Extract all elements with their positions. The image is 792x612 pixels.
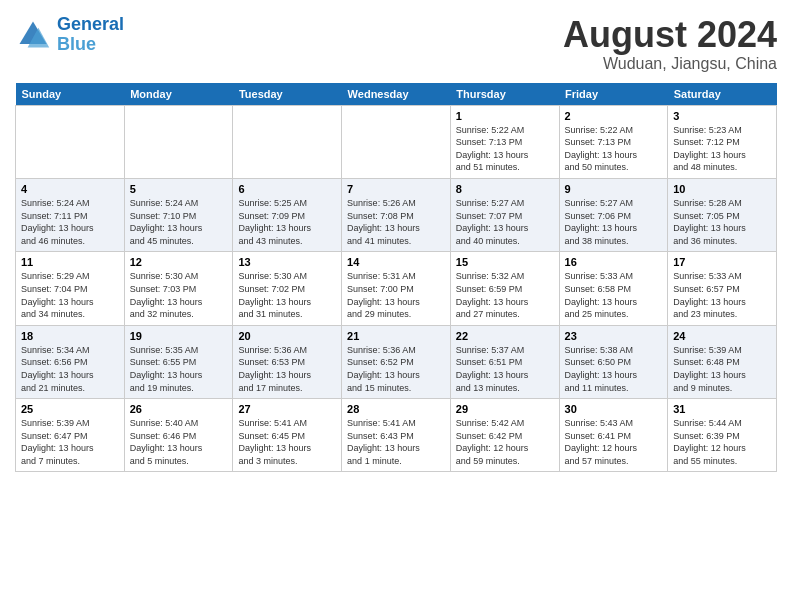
day-info: Sunrise: 5:22 AM Sunset: 7:13 PM Dayligh… (565, 124, 663, 174)
page-container: GeneralBlue August 2024 Wuduan, Jiangsu,… (0, 0, 792, 482)
day-number: 11 (21, 256, 119, 268)
day-info: Sunrise: 5:39 AM Sunset: 6:48 PM Dayligh… (673, 344, 771, 394)
location: Wuduan, Jiangsu, China (563, 55, 777, 73)
col-friday: Friday (559, 83, 668, 106)
table-row: 17Sunrise: 5:33 AM Sunset: 6:57 PM Dayli… (668, 252, 777, 325)
day-info: Sunrise: 5:33 AM Sunset: 6:57 PM Dayligh… (673, 270, 771, 320)
title-block: August 2024 Wuduan, Jiangsu, China (563, 15, 777, 73)
col-tuesday: Tuesday (233, 83, 342, 106)
table-row: 11Sunrise: 5:29 AM Sunset: 7:04 PM Dayli… (16, 252, 125, 325)
table-row: 10Sunrise: 5:28 AM Sunset: 7:05 PM Dayli… (668, 178, 777, 251)
table-row: 19Sunrise: 5:35 AM Sunset: 6:55 PM Dayli… (124, 325, 233, 398)
day-info: Sunrise: 5:41 AM Sunset: 6:43 PM Dayligh… (347, 417, 445, 467)
table-row: 27Sunrise: 5:41 AM Sunset: 6:45 PM Dayli… (233, 399, 342, 472)
day-info: Sunrise: 5:40 AM Sunset: 6:46 PM Dayligh… (130, 417, 228, 467)
calendar-week-row: 25Sunrise: 5:39 AM Sunset: 6:47 PM Dayli… (16, 399, 777, 472)
day-number: 25 (21, 403, 119, 415)
table-row: 8Sunrise: 5:27 AM Sunset: 7:07 PM Daylig… (450, 178, 559, 251)
table-row (342, 105, 451, 178)
table-row: 15Sunrise: 5:32 AM Sunset: 6:59 PM Dayli… (450, 252, 559, 325)
logo-icon (15, 17, 51, 53)
table-row: 16Sunrise: 5:33 AM Sunset: 6:58 PM Dayli… (559, 252, 668, 325)
day-number: 8 (456, 183, 554, 195)
day-number: 27 (238, 403, 336, 415)
table-row: 18Sunrise: 5:34 AM Sunset: 6:56 PM Dayli… (16, 325, 125, 398)
logo: GeneralBlue (15, 15, 124, 55)
day-info: Sunrise: 5:35 AM Sunset: 6:55 PM Dayligh… (130, 344, 228, 394)
table-row: 20Sunrise: 5:36 AM Sunset: 6:53 PM Dayli… (233, 325, 342, 398)
day-number: 5 (130, 183, 228, 195)
day-info: Sunrise: 5:24 AM Sunset: 7:10 PM Dayligh… (130, 197, 228, 247)
logo-text: GeneralBlue (57, 15, 124, 55)
table-row (16, 105, 125, 178)
table-row: 1Sunrise: 5:22 AM Sunset: 7:13 PM Daylig… (450, 105, 559, 178)
day-info: Sunrise: 5:31 AM Sunset: 7:00 PM Dayligh… (347, 270, 445, 320)
day-number: 19 (130, 330, 228, 342)
table-row: 12Sunrise: 5:30 AM Sunset: 7:03 PM Dayli… (124, 252, 233, 325)
day-number: 10 (673, 183, 771, 195)
day-number: 6 (238, 183, 336, 195)
table-row: 30Sunrise: 5:43 AM Sunset: 6:41 PM Dayli… (559, 399, 668, 472)
table-row: 9Sunrise: 5:27 AM Sunset: 7:06 PM Daylig… (559, 178, 668, 251)
day-info: Sunrise: 5:37 AM Sunset: 6:51 PM Dayligh… (456, 344, 554, 394)
day-info: Sunrise: 5:34 AM Sunset: 6:56 PM Dayligh… (21, 344, 119, 394)
day-number: 12 (130, 256, 228, 268)
day-number: 14 (347, 256, 445, 268)
day-number: 15 (456, 256, 554, 268)
day-number: 20 (238, 330, 336, 342)
day-info: Sunrise: 5:30 AM Sunset: 7:03 PM Dayligh… (130, 270, 228, 320)
table-row: 22Sunrise: 5:37 AM Sunset: 6:51 PM Dayli… (450, 325, 559, 398)
month-title: August 2024 (563, 15, 777, 55)
day-info: Sunrise: 5:27 AM Sunset: 7:07 PM Dayligh… (456, 197, 554, 247)
table-row: 5Sunrise: 5:24 AM Sunset: 7:10 PM Daylig… (124, 178, 233, 251)
table-row: 23Sunrise: 5:38 AM Sunset: 6:50 PM Dayli… (559, 325, 668, 398)
day-number: 31 (673, 403, 771, 415)
day-info: Sunrise: 5:41 AM Sunset: 6:45 PM Dayligh… (238, 417, 336, 467)
table-row: 4Sunrise: 5:24 AM Sunset: 7:11 PM Daylig… (16, 178, 125, 251)
day-number: 16 (565, 256, 663, 268)
day-number: 13 (238, 256, 336, 268)
day-number: 23 (565, 330, 663, 342)
calendar-header-row: Sunday Monday Tuesday Wednesday Thursday… (16, 83, 777, 106)
day-number: 17 (673, 256, 771, 268)
table-row: 13Sunrise: 5:30 AM Sunset: 7:02 PM Dayli… (233, 252, 342, 325)
page-header: GeneralBlue August 2024 Wuduan, Jiangsu,… (15, 15, 777, 73)
day-info: Sunrise: 5:39 AM Sunset: 6:47 PM Dayligh… (21, 417, 119, 467)
day-number: 18 (21, 330, 119, 342)
table-row: 3Sunrise: 5:23 AM Sunset: 7:12 PM Daylig… (668, 105, 777, 178)
col-wednesday: Wednesday (342, 83, 451, 106)
day-info: Sunrise: 5:33 AM Sunset: 6:58 PM Dayligh… (565, 270, 663, 320)
table-row: 14Sunrise: 5:31 AM Sunset: 7:00 PM Dayli… (342, 252, 451, 325)
table-row: 2Sunrise: 5:22 AM Sunset: 7:13 PM Daylig… (559, 105, 668, 178)
table-row: 29Sunrise: 5:42 AM Sunset: 6:42 PM Dayli… (450, 399, 559, 472)
day-info: Sunrise: 5:28 AM Sunset: 7:05 PM Dayligh… (673, 197, 771, 247)
day-number: 29 (456, 403, 554, 415)
table-row (124, 105, 233, 178)
day-info: Sunrise: 5:29 AM Sunset: 7:04 PM Dayligh… (21, 270, 119, 320)
day-info: Sunrise: 5:22 AM Sunset: 7:13 PM Dayligh… (456, 124, 554, 174)
day-number: 7 (347, 183, 445, 195)
table-row: 31Sunrise: 5:44 AM Sunset: 6:39 PM Dayli… (668, 399, 777, 472)
day-number: 30 (565, 403, 663, 415)
day-number: 22 (456, 330, 554, 342)
day-info: Sunrise: 5:36 AM Sunset: 6:53 PM Dayligh… (238, 344, 336, 394)
table-row: 25Sunrise: 5:39 AM Sunset: 6:47 PM Dayli… (16, 399, 125, 472)
day-number: 3 (673, 110, 771, 122)
day-info: Sunrise: 5:23 AM Sunset: 7:12 PM Dayligh… (673, 124, 771, 174)
day-info: Sunrise: 5:27 AM Sunset: 7:06 PM Dayligh… (565, 197, 663, 247)
table-row (233, 105, 342, 178)
day-info: Sunrise: 5:42 AM Sunset: 6:42 PM Dayligh… (456, 417, 554, 467)
day-number: 28 (347, 403, 445, 415)
col-sunday: Sunday (16, 83, 125, 106)
calendar-week-row: 1Sunrise: 5:22 AM Sunset: 7:13 PM Daylig… (16, 105, 777, 178)
table-row: 28Sunrise: 5:41 AM Sunset: 6:43 PM Dayli… (342, 399, 451, 472)
day-info: Sunrise: 5:38 AM Sunset: 6:50 PM Dayligh… (565, 344, 663, 394)
table-row: 26Sunrise: 5:40 AM Sunset: 6:46 PM Dayli… (124, 399, 233, 472)
day-info: Sunrise: 5:32 AM Sunset: 6:59 PM Dayligh… (456, 270, 554, 320)
day-info: Sunrise: 5:24 AM Sunset: 7:11 PM Dayligh… (21, 197, 119, 247)
table-row: 21Sunrise: 5:36 AM Sunset: 6:52 PM Dayli… (342, 325, 451, 398)
col-saturday: Saturday (668, 83, 777, 106)
day-number: 26 (130, 403, 228, 415)
day-info: Sunrise: 5:30 AM Sunset: 7:02 PM Dayligh… (238, 270, 336, 320)
day-info: Sunrise: 5:26 AM Sunset: 7:08 PM Dayligh… (347, 197, 445, 247)
